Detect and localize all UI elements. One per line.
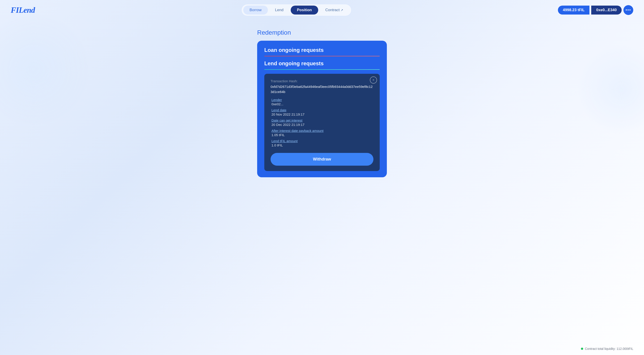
page-title: Redemption (257, 29, 291, 36)
lend-section-title: Lend ongoing requests (264, 60, 380, 66)
header-right: 4998.23 tFIL 0xe0...E340 ••• (558, 5, 633, 15)
footer: Contract total liquidity: 112.000tFIL (581, 347, 633, 350)
header: FILend Borrow Lend Position Contract ↗ 4… (0, 0, 644, 20)
nav-contract[interactable]: Contract ↗ (319, 6, 350, 14)
navigation: Borrow Lend Position Contract ↗ (241, 4, 352, 16)
tx-hash-label: Transaction Hash: (270, 79, 374, 83)
lend-date-label: Lend date (272, 108, 372, 112)
logo: FILend (11, 5, 35, 15)
more-button[interactable]: ••• (624, 5, 633, 15)
nav-borrow[interactable]: Borrow (243, 6, 268, 14)
main-content: Redemption Loan ongoing requests Lend on… (0, 20, 644, 186)
redemption-card: Loan ongoing requests Lend ongoing reque… (257, 41, 387, 177)
lender-value: 0xe02... (272, 102, 372, 106)
interest-label: Date can get interest (272, 118, 372, 122)
transaction-popup: × Transaction Hash: 0xfd7d2671d3f3eba62f… (264, 74, 380, 171)
interest-value: 20 Dec 2022 21:19:17 (272, 123, 372, 126)
lend-divider (264, 69, 380, 70)
footer-text: Contract total liquidity: 112.000tFIL (585, 347, 633, 350)
lend-date-value: 20 Nov 2022 21:19:17 (272, 112, 372, 116)
lend-info: Lender 0xe02... Lend date 20 Nov 2022 21… (270, 98, 374, 147)
payback-value: 1.05 tFIL (272, 133, 372, 137)
withdraw-button[interactable]: Withdraw (270, 153, 374, 166)
nav-position[interactable]: Position (291, 6, 318, 14)
payback-label: After interest date payback amount (272, 129, 372, 132)
address-badge: 0xe0...E340 (591, 6, 622, 14)
lend-amount-value: 1.0 tFIL (272, 143, 372, 147)
lend-amount-label: Lend tFIL amount (272, 139, 372, 143)
tx-hash-value: 0xfd7d2671d3f3eba62fa44946eaf3eec05fb934… (270, 84, 374, 94)
loan-divider (264, 56, 380, 56)
balance-badge: 4998.23 tFIL (558, 6, 590, 14)
status-dot (581, 348, 583, 350)
popup-close-button[interactable]: × (370, 76, 377, 84)
lender-label: Lender (272, 98, 372, 102)
external-link-icon: ↗ (340, 8, 343, 12)
loan-section-title: Loan ongoing requests (264, 47, 380, 53)
nav-lend[interactable]: Lend (269, 6, 290, 14)
